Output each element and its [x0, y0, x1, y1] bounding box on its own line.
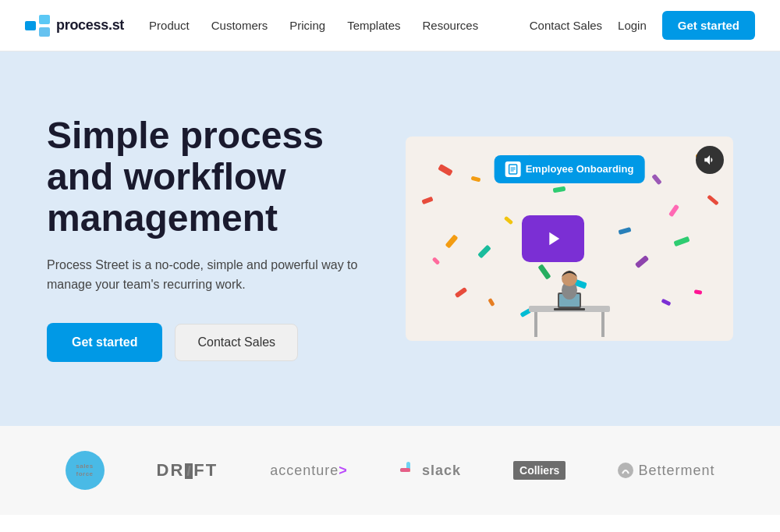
logo-salesforce: salesforce [66, 451, 105, 490]
nav-templates[interactable]: Templates [347, 19, 400, 32]
nav-customers[interactable]: Customers [211, 19, 268, 32]
navbar: process.st Product Customers Pricing Tem… [0, 0, 780, 51]
svg-rect-13 [554, 308, 585, 310]
svg-rect-8 [534, 310, 537, 337]
logo-colliers: Colliers [513, 461, 566, 480]
svg-rect-9 [601, 310, 604, 337]
employee-card: Employee Onboarding [495, 155, 645, 183]
betterment-icon [618, 463, 633, 478]
nav-links: Product Customers Pricing Templates Reso… [149, 19, 530, 32]
slack-icon [400, 462, 417, 479]
logo-text: process.st [56, 17, 124, 34]
logo-accenture: accenture> [270, 463, 348, 479]
logo-betterment: Betterment [618, 463, 714, 479]
svg-rect-1 [39, 15, 50, 24]
logo-slack: slack [400, 462, 461, 479]
accenture-text: accenture> [270, 463, 348, 479]
hero-section: Simple process and workflow management P… [0, 51, 780, 426]
video-container[interactable]: Employee Onboarding [406, 137, 733, 342]
hero-title: Simple process and workflow management [47, 115, 374, 239]
hero-contact-sales-button[interactable]: Contact Sales [175, 324, 298, 361]
nav-resources[interactable]: Resources [423, 19, 479, 32]
video-play-button[interactable] [522, 215, 584, 262]
svg-rect-19 [400, 468, 410, 472]
nav-pricing[interactable]: Pricing [289, 19, 325, 32]
video-speaker-button[interactable] [696, 146, 724, 174]
svg-rect-2 [39, 27, 50, 37]
svg-rect-0 [25, 21, 36, 30]
hero-text-block: Simple process and workflow management P… [47, 115, 374, 362]
logo-link[interactable]: process.st [25, 15, 124, 37]
hero-get-started-button[interactable]: Get started [47, 323, 162, 362]
nav-contact-sales[interactable]: Contact Sales [530, 19, 602, 32]
nav-get-started-button[interactable]: Get started [662, 11, 755, 40]
nav-product[interactable]: Product [149, 19, 190, 32]
logo-drift: DRIFT [157, 460, 218, 481]
emp-card-icon [505, 161, 521, 177]
emp-card-label: Employee Onboarding [526, 163, 634, 175]
salesforce-icon: salesforce [66, 451, 105, 490]
svg-marker-7 [549, 232, 559, 245]
hero-description: Process Street is a no-code, simple and … [47, 255, 374, 295]
logos-bar: salesforce DRIFT accenture> slack Collie… [0, 426, 780, 515]
nav-login[interactable]: Login [618, 19, 647, 32]
hero-buttons: Get started Contact Sales [47, 323, 374, 362]
hero-video-block: Employee Onboarding [406, 137, 733, 342]
betterment-text: Betterment [638, 463, 714, 479]
drift-text: DRIFT [157, 460, 218, 481]
slack-text: slack [422, 463, 461, 479]
nav-right: Contact Sales Login Get started [530, 11, 755, 40]
colliers-box: Colliers [513, 461, 566, 480]
person-illustration [523, 263, 616, 341]
